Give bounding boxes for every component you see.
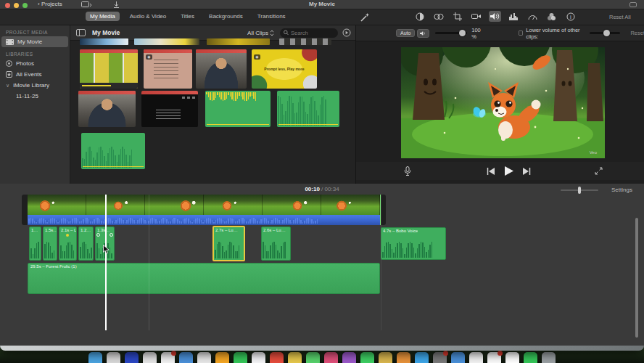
video-thumbnail-collage[interactable] [80,49,138,89]
search-field[interactable] [280,28,338,38]
speed-icon[interactable] [527,11,539,22]
clip-strip-thumbnail[interactable] [134,38,199,45]
video-thumbnail-promo[interactable]: ◉ Prompt less, Play more [252,49,317,89]
dock-app-icon[interactable] [161,352,175,363]
dock-app-icon[interactable] [469,352,483,363]
dock-app-icon[interactable] [415,352,429,363]
volume-icon[interactable] [489,11,501,22]
clips-filter-dropdown[interactable]: All Clips [247,30,274,36]
promo-text: Prompt less, Play more [252,67,317,71]
timeline-settings-button[interactable]: Settings [611,187,632,193]
info-icon[interactable]: i [564,11,577,22]
dock-app-icon[interactable] [397,352,410,363]
dock-app-icon[interactable] [125,352,139,363]
enhance-wand-icon[interactable] [360,12,370,22]
color-balance-icon[interactable] [413,11,426,22]
audio-thumbnail[interactable] [81,133,145,169]
zoom-slider-thumb[interactable] [578,187,581,194]
dock-app-icon[interactable] [252,352,265,363]
dock-app-icon[interactable] [197,352,211,363]
dock-app-icon[interactable] [88,352,102,363]
sidebar-item-all-events[interactable]: All Events [0,69,70,80]
clip-strip-thumbnail[interactable] [207,38,270,45]
dock-app-icon[interactable] [524,352,537,363]
video-thumbnail-presenter[interactable] [196,49,247,89]
fade-handle[interactable] [96,233,100,237]
tab-backgrounds[interactable]: Backgrounds [205,12,247,21]
tab-audio-video[interactable]: Audio & Video [125,12,171,21]
color-correction-icon[interactable] [432,11,445,22]
reset-all-button[interactable]: Reset All [609,14,631,20]
dock-app-icon[interactable] [505,352,519,363]
window-corner-icon[interactable] [629,2,637,7]
dock-app-icon[interactable] [342,352,356,363]
audio-clip-bobo-voice[interactable]: 4.7s – Bobo Voice [381,227,446,260]
dock-app-icon[interactable] [288,352,302,363]
audio-clip[interactable]: 2.1s – L… [59,227,77,261]
sidebar-item-event-date[interactable]: 11-11-25 [0,91,70,102]
tab-titles[interactable]: Titles [176,12,199,21]
video-clip-filmstrip[interactable] [28,195,380,215]
volume-slider-knob[interactable] [459,30,466,36]
audio-waveform [60,240,75,258]
dock-app-icon[interactable] [215,352,229,363]
dock-app-icon[interactable] [360,352,374,363]
auto-volume-button[interactable]: Auto [396,29,415,37]
audio-clip[interactable]: 1.5s… [43,227,57,261]
video-clip-audio-strip[interactable] [28,215,380,225]
sidebar-item-my-movie[interactable]: My Movie [1,36,68,47]
stabilization-icon[interactable] [470,11,482,22]
dock-app-icon[interactable] [379,352,392,363]
dock-app-icon[interactable] [234,352,247,363]
audio-thumbnail[interactable] [277,91,339,127]
sidebar-item-photos[interactable]: Photos [0,58,70,69]
dock-app-icon[interactable] [487,352,501,363]
mute-button[interactable] [417,29,429,38]
fade-handle[interactable] [110,233,113,237]
tab-my-media[interactable]: My Media [86,12,120,21]
previous-frame-button[interactable] [487,168,495,175]
sidebar-toggle-icon[interactable] [76,29,86,36]
clip-filter-icon[interactable] [545,11,558,22]
voiceover-mic-button[interactable] [404,166,411,176]
video-thumbnail-screen-recording[interactable] [141,91,198,127]
volume-slider[interactable] [435,32,467,34]
audio-thumbnail[interactable] [205,91,271,127]
audio-clip[interactable]: 1.2… [78,227,94,261]
dock-app-icon[interactable] [433,352,447,363]
clip-trim-handle-left[interactable] [22,195,28,225]
playhead[interactable] [105,195,107,330]
tab-transitions[interactable]: Transitions [253,12,290,21]
lower-volume-slider-knob[interactable] [603,30,610,36]
search-input[interactable] [291,30,334,36]
clip-strip-thumbnail[interactable] [80,38,128,45]
dock-app-icon[interactable] [107,352,120,363]
autoplay-circle-icon[interactable] [342,28,351,37]
dock-app-icon[interactable] [306,352,320,363]
libraries-header: LIBRARIES [0,47,70,58]
lower-volume-checkbox[interactable] [519,30,523,36]
dock-app-icon[interactable] [143,352,157,363]
timeline-scrollbar[interactable] [635,218,638,338]
video-thumbnail-notes[interactable]: ◉ [144,49,192,89]
fullscreen-button[interactable] [595,167,603,175]
audio-clip[interactable]: 2.6s – Lu… [261,227,291,261]
audio-clip[interactable]: 1… [29,227,41,261]
lower-volume-slider[interactable] [590,32,620,34]
dock-app-icon[interactable] [451,352,465,363]
dock-app-icon[interactable] [179,352,193,363]
timeline-zoom-slider[interactable] [561,189,598,191]
clip-strip-thumbnail[interactable] [279,38,331,45]
reset-button[interactable]: Reset [630,30,644,36]
dock-app-icon[interactable] [270,352,284,363]
background-music-clip[interactable]: 29.5s – Forest Frolic (1) [28,263,380,294]
audio-clip-selected[interactable]: 2.7s – Lu… [212,226,245,261]
crop-icon[interactable] [451,11,463,22]
sidebar-item-imovie-library[interactable]: ∨ iMovie Library [0,80,70,91]
next-frame-button[interactable] [523,168,531,175]
dock-app-icon[interactable] [542,352,556,363]
play-button[interactable] [504,166,513,176]
dock-app-icon[interactable] [324,352,338,363]
video-thumbnail-presenter[interactable] [78,91,136,127]
noise-reduction-icon[interactable] [508,11,520,22]
